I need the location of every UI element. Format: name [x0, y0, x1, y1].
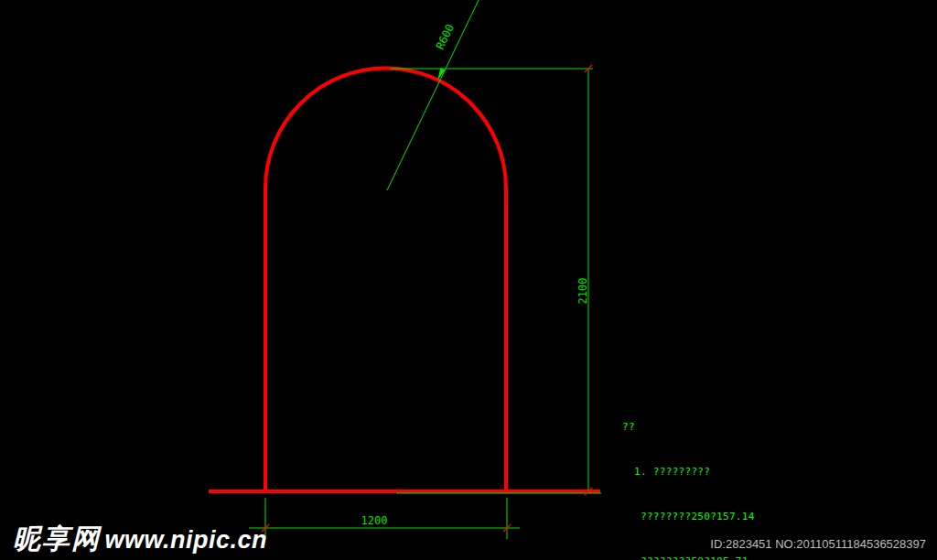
watermark-site-name: 昵享网 — [13, 523, 101, 554]
cad-drawing-svg: 2100 R600 1200 — [0, 0, 937, 560]
arch-outline — [265, 68, 506, 493]
notes-block: ?? 1.????????? ????????250?157.14 ??????… — [622, 390, 755, 560]
height-dimension-label: 2100 — [576, 278, 589, 305]
width-dimension-label: 1200 — [361, 514, 388, 527]
cad-canvas: 2100 R600 1200 — [0, 0, 937, 560]
notes-header: ?? — [622, 420, 755, 435]
note-item-1: 1.????????? — [622, 465, 755, 479]
note-item-1-text: ????????? — [653, 466, 710, 478]
watermark: 昵享网 www.nipic.cn — [13, 521, 267, 558]
note-line: ????????250?157.14 — [622, 510, 755, 524]
watermark-site-url: www.nipic.cn — [104, 526, 267, 554]
note-item-1-number: 1. — [634, 466, 647, 478]
footer-id-text: ID:2823451 NO:20110511184536528397 — [710, 537, 926, 551]
radius-leader-line — [387, 0, 481, 190]
radius-label: R600 — [434, 22, 457, 51]
note-line: ???????250?185.71 — [622, 555, 755, 560]
